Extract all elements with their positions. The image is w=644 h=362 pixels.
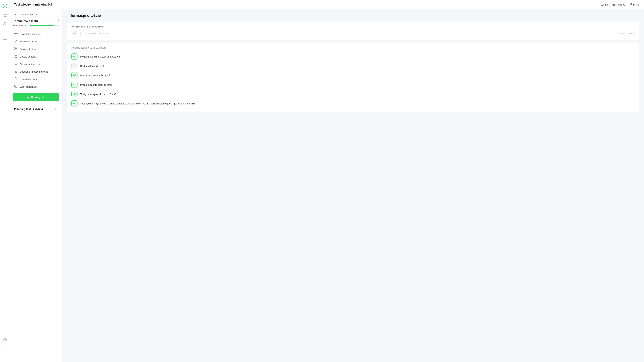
summary-text-2: Włączono losowanie pytań. — [80, 74, 111, 77]
print-button[interactable]: Drukuj — [629, 3, 640, 6]
progress-bar-fill — [30, 25, 54, 26]
nav-icon-czasu — [14, 77, 18, 81]
nav-item-certyfikatu[interactable]: Wzór certyfikatu — [13, 83, 59, 90]
svg-point-16 — [602, 4, 602, 4]
nav-icon-ocenianie — [14, 70, 18, 74]
svg-point-23 — [15, 42, 16, 42]
back-icon[interactable] — [2, 344, 8, 351]
progress-row: 83% ukończono — [13, 24, 59, 27]
svg-rect-3 — [4, 16, 5, 17]
top-header: Test wiedzy i umiejętności Info — [10, 0, 644, 10]
monitoring-count: 0 — [80, 31, 82, 36]
summary-item-3: Próg zaliczenia testu to 50%. — [72, 80, 634, 89]
svg-rect-27 — [16, 47, 17, 48]
svg-rect-20 — [630, 4, 632, 5]
right-panel: Informacje o teście MONITORING RESPONDEN… — [62, 10, 644, 362]
results-title: Przebieg testu i wyniki — [14, 108, 43, 111]
status-badge: W TRAKCIE USTAWIEŃ — [13, 13, 59, 16]
svg-point-6 — [5, 22, 6, 23]
summary-card: PODSUMOWANIE KONFIGURACJI Możesz przydzi… — [68, 43, 639, 112]
right-panel-title: Informacje o teście — [68, 14, 639, 18]
nav-item-ocenianie[interactable]: Ocenianie i podsumowanie — [13, 68, 59, 76]
nav-icon-dostep — [14, 54, 18, 59]
svg-rect-32 — [16, 64, 16, 65]
svg-point-22 — [15, 40, 16, 41]
svg-text:?: ? — [4, 339, 6, 341]
preview-button[interactable]: Podgląd — [612, 3, 625, 6]
play-icon: ▶ — [27, 96, 29, 99]
results-chevron-icon[interactable] — [55, 107, 58, 111]
svg-rect-29 — [16, 49, 17, 50]
preview-label: Podgląd — [616, 3, 625, 6]
config-chevron-icon[interactable] — [56, 19, 59, 23]
nav-label-ustawienia: Ustawienia wstępne — [20, 33, 41, 36]
nav-icon-startowa — [14, 62, 18, 66]
check-icon-3 — [72, 82, 78, 88]
svg-point-21 — [16, 33, 16, 34]
nav-item-dostep[interactable]: Dostęp do testu — [13, 53, 59, 60]
config-title: Konfiguracja testu — [13, 20, 38, 23]
summary-label: PODSUMOWANIE KONFIGURACJI — [72, 47, 634, 49]
info-button[interactable]: Info — [600, 3, 608, 6]
svg-point-10 — [4, 39, 6, 40]
svg-rect-8 — [5, 31, 5, 33]
results-section-header: Przebieg testu i wyniki — [13, 104, 59, 111]
svg-rect-28 — [14, 49, 16, 50]
svg-point-18 — [614, 4, 614, 5]
summary-text-0: Możesz przydzielić test do kategorii — [80, 55, 120, 58]
svg-point-17 — [613, 3, 615, 6]
monitoring-card: MONITORING RESPONDENTÓW 0 Aktual — [68, 22, 639, 40]
nav-item-zestawy[interactable]: Zestawy testowe — [13, 45, 59, 53]
svg-rect-2 — [5, 14, 6, 15]
summary-text-5: Test będzie aktywny od razu po zatwierdz… — [80, 102, 196, 105]
users-icon[interactable] — [2, 20, 8, 27]
nav-label-ocenianie: Ocenianie i podsumowanie — [20, 70, 48, 73]
nav-label-dostep: Dostęp do testu — [20, 55, 36, 58]
content-area: W TRAKCIE USTAWIEŃ Konfiguracja testu 83… — [10, 10, 644, 362]
collapse-icon[interactable] — [2, 352, 8, 359]
info-label: Info — [604, 3, 608, 6]
svg-point-5 — [4, 22, 5, 24]
nav-icon-ustawienia — [14, 32, 18, 36]
grid-icon[interactable] — [2, 12, 8, 19]
see-more-link[interactable]: Zobacz więcej — [620, 32, 634, 35]
settings-icon[interactable] — [2, 36, 8, 43]
nav-item-menedzer[interactable]: Menedżer pytań — [13, 38, 59, 45]
main-container: Test wiedzy i umiejętności Info — [10, 0, 644, 362]
check-icon-1 — [72, 63, 78, 69]
nav-icon-menedzer — [14, 40, 18, 44]
summary-text-1: Dodaj pytania do testu. — [80, 64, 106, 68]
svg-rect-26 — [14, 47, 16, 48]
nav-item-ustawienia[interactable]: Ustawienia wstępne — [13, 30, 59, 38]
svg-rect-7 — [4, 32, 4, 33]
nav-item-czasu[interactable]: Ustawienia czasu — [13, 76, 59, 83]
svg-point-42 — [73, 31, 74, 33]
summary-item-4: Test jest w trybie dostępu: "Link". — [72, 89, 634, 99]
monitoring-users-icon — [72, 30, 78, 36]
logo-icon[interactable] — [2, 3, 8, 10]
monitoring-label: MONITORING RESPONDENTÓW — [72, 26, 634, 28]
check-icon-0 — [72, 54, 78, 60]
monitoring-text: Aktualnie rozwiązujących — [85, 32, 111, 35]
progress-label: 83% ukończono — [13, 24, 28, 27]
sidebar-icons-panel: ? — [0, 0, 10, 362]
nav-label-certyfikatu: Wzór certyfikatu — [20, 86, 36, 88]
left-panel: W TRAKCIE USTAWIEŃ Konfiguracja testu 83… — [10, 10, 62, 362]
svg-point-0 — [3, 4, 7, 8]
chart-icon[interactable] — [2, 28, 8, 35]
svg-rect-38 — [14, 85, 17, 87]
activate-button[interactable]: ▶ Aktywuj test — [13, 93, 59, 101]
nav-item-startowa[interactable]: Strona startowa testu — [13, 60, 59, 68]
summary-item-0: Możesz przydzielić test do kategorii — [72, 52, 634, 61]
check-icon-4 — [72, 91, 78, 97]
nav-items: Ustawienia wstępne Menedżer pytań — [13, 30, 59, 90]
svg-rect-4 — [5, 16, 6, 17]
check-icon-2 — [72, 72, 78, 78]
svg-rect-9 — [6, 30, 6, 33]
page-title: Test wiedzy i umiejętności — [14, 3, 52, 6]
summary-text-3: Próg zaliczenia testu to 50%. — [80, 83, 112, 86]
activate-label: Aktywuj test — [30, 96, 45, 98]
nav-label-czasu: Ustawienia czasu — [20, 78, 38, 81]
help-icon[interactable]: ? — [2, 336, 8, 343]
header-actions: Info Podgląd — [600, 3, 640, 6]
